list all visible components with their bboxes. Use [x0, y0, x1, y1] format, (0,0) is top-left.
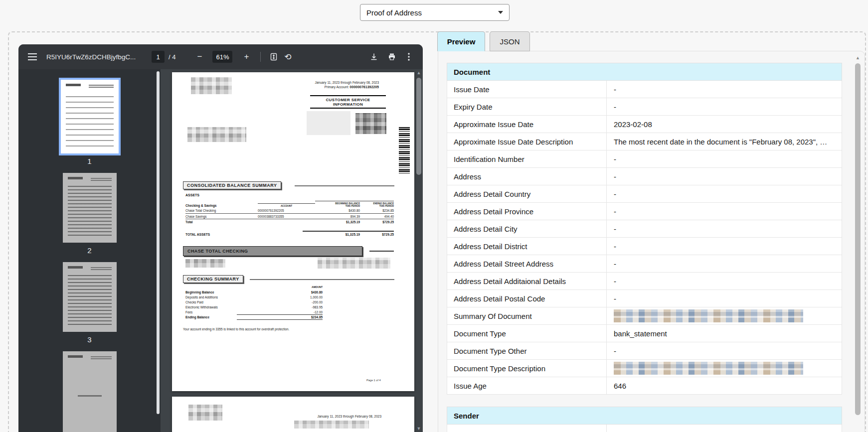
field-value: -	[607, 290, 842, 307]
summary-row: Fees-12.00	[185, 309, 323, 314]
thumbnail-logo-mark	[68, 266, 83, 269]
table-row: Identification Number-	[447, 150, 842, 168]
assets-label: ASSETS	[185, 193, 199, 197]
scroll-down-icon[interactable]: ▼	[415, 425, 422, 432]
tab-json[interactable]: JSON	[490, 31, 530, 51]
tab-preview[interactable]: Preview	[437, 31, 485, 51]
scrollbar-thumb[interactable]	[855, 63, 861, 415]
scroll-up-icon[interactable]: ▲	[854, 54, 862, 62]
balance-cell: Chase Total Checking	[185, 209, 258, 212]
table-row: Document Type Description	[447, 360, 842, 377]
summary-amount: $430.80	[311, 290, 323, 294]
field-label: Address Detail District	[447, 238, 607, 255]
thumbnail-sidebar: 123	[18, 69, 161, 432]
chevron-down-icon	[498, 11, 503, 14]
document-type-select[interactable]: Proof of Address	[360, 4, 510, 21]
chase-total-checking-header: CHASE TOTAL CHECKING	[183, 246, 362, 256]
field-label: Address	[447, 168, 607, 185]
thumbnail-content-lines	[68, 274, 112, 325]
more-options-icon[interactable]	[402, 50, 416, 64]
summary-label: Electronic Withdrawals	[185, 305, 218, 309]
field-value: -	[607, 273, 842, 289]
right-panel-tabs: Preview JSON	[437, 31, 530, 51]
pdf-page-1: January 11, 2023 through February 08, 20…	[172, 72, 414, 391]
balance-cell: $729.25	[360, 220, 394, 224]
thumbnail-page-4[interactable]	[63, 351, 117, 432]
zoom-out-button[interactable]: −	[192, 50, 206, 64]
menu-icon[interactable]	[25, 50, 39, 64]
primary-account-number: 000000761392205	[350, 85, 379, 89]
table-row: Address Detail Postal Code-	[447, 290, 842, 307]
pdf-filename: R5IYU6rTwZ6zDCHBjyfbgC...	[46, 53, 139, 61]
sidebar-scrollbar[interactable]	[157, 71, 160, 414]
redacted-logo-block	[191, 77, 232, 94]
summary-row: Checks Paid-200.00	[185, 299, 323, 304]
pdf-viewer: R5IYU6rTwZ6zDCHBjyfbgC... 1 / 4 − 61% + …	[18, 44, 423, 432]
table-row: Issue Date-	[447, 81, 842, 98]
balance-cell: 000000761392205	[258, 209, 315, 212]
document-type-value: Proof of Address	[366, 8, 422, 17]
print-icon[interactable]	[385, 50, 399, 64]
checking-summary-header: CHECKING SUMMARY	[183, 275, 243, 283]
page-separator: /	[169, 53, 171, 61]
pdf-page-2: January 11, 2023 through February 08, 20…	[172, 397, 414, 432]
thumbnail-logo-mark	[68, 355, 83, 358]
zoom-level[interactable]: 61%	[212, 51, 232, 63]
thumbnail-content-lines	[68, 185, 112, 236]
field-label: Document Type	[447, 325, 607, 342]
page-number-input[interactable]: 1	[152, 51, 165, 63]
thumbnail-image	[61, 80, 119, 153]
balance-cell: $430.80	[315, 209, 360, 212]
pdf-toolbar: R5IYU6rTwZ6zDCHBjyfbgC... 1 / 4 − 61% + …	[18, 44, 423, 69]
redacted-value	[614, 362, 803, 375]
table-row: Address-	[447, 168, 842, 185]
thumbnail-header-mark	[89, 84, 114, 88]
download-icon[interactable]	[367, 50, 381, 64]
fit-to-page-icon[interactable]	[267, 50, 281, 64]
field-value: -	[607, 150, 842, 167]
field-value	[607, 307, 842, 324]
summary-label: Fees	[185, 310, 192, 314]
pdf-scrollbar[interactable]: ▲ ▼	[415, 69, 422, 432]
summary-row: Ending Balance$234.85	[185, 314, 323, 319]
panel-scrollbar[interactable]: ▲	[854, 53, 862, 432]
balance-rows: Chase Total Checking000000761392205$430.…	[185, 208, 394, 225]
consolidated-balance-header: CONSOLIDATED BALANCE SUMMARY	[183, 181, 281, 189]
zoom-in-button[interactable]: +	[239, 50, 253, 64]
table-row: Address Detail Additaional Details-	[447, 273, 842, 290]
barcode	[399, 127, 410, 174]
summary-amount: -200.00	[312, 300, 323, 304]
rotate-icon[interactable]: ⟲	[281, 50, 295, 64]
thumbnail-page-number: 2	[87, 246, 91, 256]
thumbnail-page-1[interactable]: 1	[61, 80, 119, 167]
scroll-up-icon[interactable]: ▲	[415, 69, 422, 76]
col-beginning: BEGINNING BALANCE THIS PERIOD	[315, 201, 360, 207]
table-row: Approximate Issue Date2023-02-08	[447, 116, 842, 133]
redacted-block	[318, 258, 390, 269]
total-assets-beginning: $1,325.19	[315, 233, 360, 236]
scrollbar-thumb[interactable]	[416, 78, 421, 175]
statement-dates: January 11, 2023 through February 08, 20…	[269, 80, 379, 90]
field-label: Approximate Issue Date Description	[447, 133, 607, 150]
field-label: Document Type Description	[447, 360, 607, 377]
field-value: -	[607, 185, 842, 202]
balance-cell: $1,325.19	[315, 220, 360, 224]
balance-table-row: Chase Savings000003883733355894.39494.40	[185, 214, 394, 220]
page-footer: Page 1 of 4	[366, 379, 381, 382]
thumbnail-page-2[interactable]: 2	[63, 173, 117, 256]
table-row: Expiry Date-	[447, 98, 842, 116]
extraction-panel: DocumentIssue Date-Expiry Date-Approxima…	[438, 51, 865, 432]
field-label: Address Detail Postal Code	[447, 290, 607, 307]
col-account: ACCOUNT	[258, 203, 315, 207]
field-value: bank_statement	[607, 325, 842, 342]
summary-row: Electronic Withdrawals-983.95	[185, 304, 323, 309]
field-label: Address Detail Country	[447, 185, 607, 202]
field-value: -	[607, 81, 842, 98]
balance-table-header: Checking & Savings ACCOUNT BEGINNING BAL…	[185, 200, 394, 208]
thumbnail-page-3[interactable]: 3	[63, 262, 117, 345]
rule	[295, 185, 394, 186]
primary-account-label: Primary Account:	[325, 85, 349, 89]
summary-amount: -12.00	[314, 310, 323, 314]
page-total: 4	[172, 53, 175, 61]
group-label: Checking & Savings	[185, 204, 258, 207]
